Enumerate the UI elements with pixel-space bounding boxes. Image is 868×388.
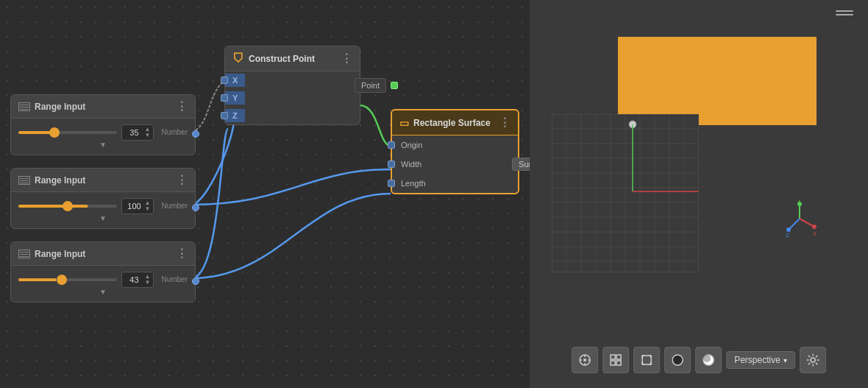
viewport: Y Z X <box>530 0 868 388</box>
construct-point-icon: ⛉ <box>232 52 244 66</box>
recenter-button[interactable] <box>602 347 629 373</box>
svg-line-25 <box>789 219 800 230</box>
perspective-dropdown[interactable]: Perspective ▾ <box>726 351 795 369</box>
shading-outline-icon <box>671 353 684 367</box>
construct-z-input[interactable] <box>221 112 228 119</box>
rect-width-row: Width Surface <box>392 155 518 174</box>
axis-gizmo: Y Z X <box>781 200 818 239</box>
rect-width-input[interactable] <box>388 161 395 168</box>
construct-x-row: X <box>225 71 360 89</box>
range-node-2-menu[interactable]: ⋮ <box>176 173 188 187</box>
range-output-2[interactable] <box>192 204 199 211</box>
range-icon-3 <box>18 250 30 258</box>
svg-rect-40 <box>611 361 615 365</box>
range-expand-3[interactable]: ▼ <box>18 288 188 299</box>
rect-surface-output-area: Surface <box>512 158 530 171</box>
construct-y-row: Y <box>225 89 360 107</box>
range-input-node-1: Range Input ⋮ 35 ▲ ▼ Number ▼ <box>10 94 196 155</box>
svg-point-51 <box>672 355 683 365</box>
range-type-1: Number <box>161 126 188 139</box>
construct-z-label: Z <box>225 109 245 122</box>
rect-surface-menu[interactable]: ⋮ <box>499 116 511 130</box>
range-type-2: Number <box>161 200 188 213</box>
range-down-1[interactable]: ▼ <box>145 133 151 138</box>
chevron-down-icon: ▾ <box>783 356 787 364</box>
svg-point-28 <box>812 225 817 229</box>
viewport-toolbar: Perspective ▾ <box>572 347 826 373</box>
construct-point-output-label: Point <box>355 78 386 93</box>
rectangle-surface-node: ▭ Rectangle Surface ⋮ Origin Width Surfa… <box>391 109 519 194</box>
navigate-button[interactable] <box>572 347 598 373</box>
perspective-label: Perspective <box>734 355 780 365</box>
range-down-2[interactable]: ▼ <box>145 206 151 212</box>
construct-point-menu[interactable]: ⋮ <box>341 52 352 66</box>
construct-point-node: ⛉ Construct Point ⋮ X Y Z Point <box>224 46 360 125</box>
range-expand-1[interactable]: ▼ <box>18 141 188 152</box>
range-node-3-menu[interactable]: ⋮ <box>176 247 188 261</box>
axis-gizmo-svg: Y Z X <box>781 200 818 237</box>
svg-line-27 <box>800 219 814 227</box>
construct-y-input[interactable] <box>221 94 228 102</box>
range-icon-2 <box>18 176 30 185</box>
rect-width-label: Width <box>392 157 430 172</box>
construct-x-input[interactable] <box>221 77 228 84</box>
construct-point-output[interactable] <box>391 82 398 89</box>
svg-rect-41 <box>616 361 621 365</box>
range-node-2-label: Range Input <box>35 175 85 186</box>
range-node-3-header: Range Input ⋮ <box>11 242 195 266</box>
gear-icon <box>806 353 819 367</box>
navigate-icon <box>578 353 591 367</box>
range-down-3[interactable]: ▼ <box>145 280 151 286</box>
shading-solid-button[interactable] <box>695 347 722 373</box>
range-node-3-label: Range Input <box>35 249 85 259</box>
construct-x-label: X <box>225 74 245 87</box>
shading-outline-button[interactable] <box>664 347 691 373</box>
menu-line-1 <box>836 10 853 12</box>
frame-icon <box>640 353 653 367</box>
range-input-node-3: Range Input ⋮ 43 ▲ ▼ Number ▼ <box>10 241 196 303</box>
rect-surface-icon: ▭ <box>399 117 409 129</box>
range-type-3: Number <box>161 273 188 286</box>
rect-surface-header: ▭ Rectangle Surface ⋮ <box>392 110 518 135</box>
range-output-1[interactable] <box>192 130 199 138</box>
rect-surface-label: Rectangle Surface <box>413 118 491 128</box>
rect-origin-input[interactable] <box>388 141 395 149</box>
3d-rectangle-shape <box>618 37 817 125</box>
svg-rect-39 <box>616 355 621 359</box>
construct-point-header: ⛉ Construct Point ⋮ <box>225 46 360 71</box>
svg-text:X: X <box>813 230 817 237</box>
range-output-3[interactable] <box>192 278 199 285</box>
menu-line-2 <box>836 14 853 15</box>
range-slider-3[interactable] <box>18 278 117 281</box>
construct-point-label: Construct Point <box>249 54 315 64</box>
rect-length-row: Length <box>392 174 518 193</box>
range-node-2-header: Range Input ⋮ <box>11 169 195 192</box>
range-icon-1 <box>18 102 30 111</box>
construct-output-area: Point <box>355 78 398 93</box>
rect-origin-label: Origin <box>392 138 431 152</box>
range-value-3: 43 <box>125 275 143 284</box>
range-node-1-label: Range Input <box>35 102 85 112</box>
range-expand-2[interactable]: ▼ <box>18 214 188 225</box>
svg-text:Z: Z <box>786 232 789 237</box>
svg-rect-42 <box>642 356 651 364</box>
range-value-2: 100 <box>125 202 143 211</box>
construct-y-label: Y <box>225 91 245 105</box>
viewport-grid <box>552 114 699 272</box>
viewport-menu[interactable] <box>836 10 853 15</box>
range-slider-1[interactable] <box>18 131 117 134</box>
svg-rect-38 <box>611 355 615 359</box>
shading-solid-icon <box>702 353 715 367</box>
construct-z-row: Z <box>225 107 360 124</box>
range-node-1-header: Range Input ⋮ <box>11 95 195 119</box>
rect-surface-output-label: Surface <box>512 158 530 171</box>
range-slider-2[interactable] <box>18 205 117 208</box>
range-value-1: 35 <box>125 128 143 137</box>
range-node-1-menu[interactable]: ⋮ <box>176 99 188 113</box>
rect-length-input[interactable] <box>388 180 395 187</box>
svg-point-53 <box>703 355 711 362</box>
svg-point-54 <box>811 358 815 362</box>
svg-point-33 <box>583 359 586 361</box>
frame-button[interactable] <box>633 347 660 373</box>
settings-button[interactable] <box>800 347 826 373</box>
